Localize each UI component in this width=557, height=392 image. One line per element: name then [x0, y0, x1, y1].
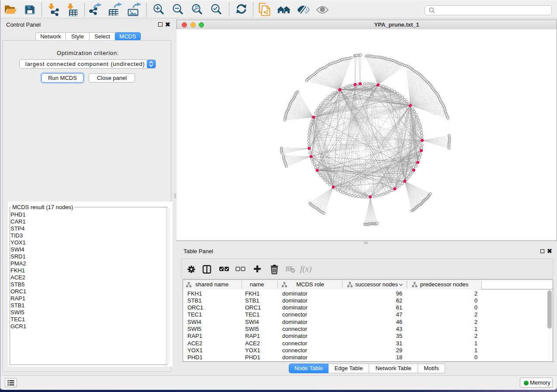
svg-text:f(x): f(x) — [300, 264, 311, 274]
